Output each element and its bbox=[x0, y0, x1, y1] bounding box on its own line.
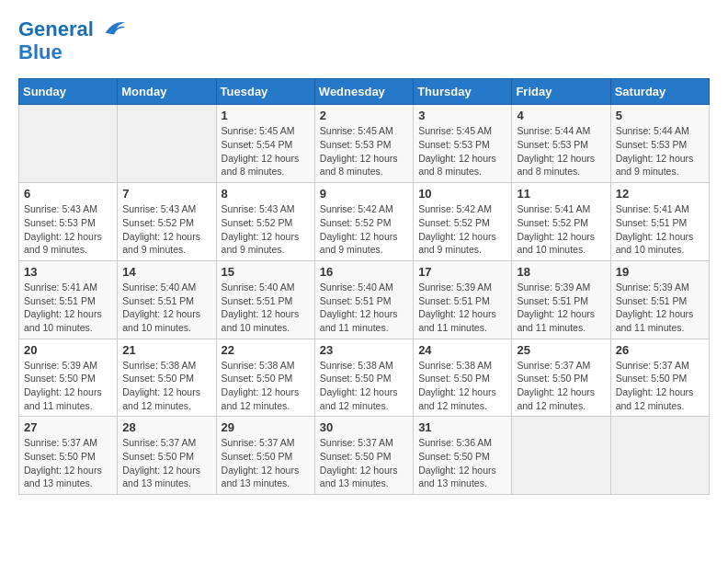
day-number: 31 bbox=[418, 420, 506, 434]
calendar-day-cell: 18Sunrise: 5:39 AM Sunset: 5:51 PM Dayli… bbox=[512, 260, 610, 339]
day-number: 29 bbox=[222, 420, 310, 434]
day-of-week-header: Wednesday bbox=[314, 79, 413, 105]
day-info: Sunrise: 5:39 AM Sunset: 5:50 PM Dayligh… bbox=[24, 359, 112, 413]
calendar-week-row: 1Sunrise: 5:45 AM Sunset: 5:54 PM Daylig… bbox=[19, 105, 710, 183]
day-number: 8 bbox=[222, 187, 310, 201]
day-number: 11 bbox=[517, 187, 605, 201]
day-info: Sunrise: 5:40 AM Sunset: 5:51 PM Dayligh… bbox=[320, 281, 408, 335]
day-of-week-header: Monday bbox=[118, 79, 216, 105]
calendar-week-row: 6Sunrise: 5:43 AM Sunset: 5:53 PM Daylig… bbox=[19, 183, 710, 261]
calendar-table: SundayMondayTuesdayWednesdayThursdayFrid… bbox=[18, 78, 710, 495]
day-number: 2 bbox=[320, 109, 408, 122]
calendar-day-cell: 3Sunrise: 5:45 AM Sunset: 5:53 PM Daylig… bbox=[414, 105, 512, 183]
calendar-day-cell: 5Sunrise: 5:44 AM Sunset: 5:53 PM Daylig… bbox=[610, 105, 709, 183]
day-number: 7 bbox=[122, 187, 210, 201]
day-number: 28 bbox=[122, 420, 210, 434]
calendar-day-cell: 29Sunrise: 5:37 AM Sunset: 5:50 PM Dayli… bbox=[216, 417, 314, 495]
day-number: 21 bbox=[122, 343, 210, 357]
logo-blue: Blue bbox=[18, 41, 127, 63]
calendar-day-cell bbox=[118, 105, 216, 183]
calendar-day-cell: 16Sunrise: 5:40 AM Sunset: 5:51 PM Dayli… bbox=[314, 260, 413, 339]
day-of-week-header: Sunday bbox=[19, 79, 118, 105]
day-number: 16 bbox=[320, 265, 408, 279]
day-number: 12 bbox=[616, 187, 704, 201]
day-of-week-header: Tuesday bbox=[216, 79, 314, 105]
day-number: 23 bbox=[320, 343, 408, 357]
calendar-week-row: 20Sunrise: 5:39 AM Sunset: 5:50 PM Dayli… bbox=[19, 339, 710, 417]
day-info: Sunrise: 5:45 AM Sunset: 5:53 PM Dayligh… bbox=[418, 124, 506, 178]
calendar-day-cell: 22Sunrise: 5:38 AM Sunset: 5:50 PM Dayli… bbox=[216, 339, 314, 417]
day-number: 17 bbox=[418, 265, 506, 279]
calendar-day-cell: 2Sunrise: 5:45 AM Sunset: 5:53 PM Daylig… bbox=[314, 105, 413, 183]
day-info: Sunrise: 5:43 AM Sunset: 5:52 PM Dayligh… bbox=[122, 202, 210, 257]
day-info: Sunrise: 5:37 AM Sunset: 5:50 PM Dayligh… bbox=[320, 436, 408, 490]
calendar-day-cell: 15Sunrise: 5:40 AM Sunset: 5:51 PM Dayli… bbox=[216, 260, 314, 339]
day-info: Sunrise: 5:36 AM Sunset: 5:50 PM Dayligh… bbox=[418, 436, 506, 490]
calendar-day-cell: 11Sunrise: 5:41 AM Sunset: 5:52 PM Dayli… bbox=[512, 183, 610, 261]
day-info: Sunrise: 5:41 AM Sunset: 5:51 PM Dayligh… bbox=[616, 202, 704, 257]
calendar-day-cell: 4Sunrise: 5:44 AM Sunset: 5:53 PM Daylig… bbox=[512, 105, 610, 183]
day-of-week-header: Thursday bbox=[414, 79, 512, 105]
calendar-day-cell: 12Sunrise: 5:41 AM Sunset: 5:51 PM Dayli… bbox=[610, 183, 709, 261]
day-info: Sunrise: 5:37 AM Sunset: 5:50 PM Dayligh… bbox=[616, 359, 704, 413]
day-info: Sunrise: 5:38 AM Sunset: 5:50 PM Dayligh… bbox=[418, 359, 506, 413]
day-info: Sunrise: 5:39 AM Sunset: 5:51 PM Dayligh… bbox=[616, 281, 704, 335]
day-info: Sunrise: 5:44 AM Sunset: 5:53 PM Dayligh… bbox=[616, 124, 704, 178]
calendar-day-cell: 21Sunrise: 5:38 AM Sunset: 5:50 PM Dayli… bbox=[118, 339, 216, 417]
day-info: Sunrise: 5:43 AM Sunset: 5:52 PM Dayligh… bbox=[222, 202, 310, 257]
calendar-week-row: 13Sunrise: 5:41 AM Sunset: 5:51 PM Dayli… bbox=[19, 260, 710, 339]
calendar-day-cell: 19Sunrise: 5:39 AM Sunset: 5:51 PM Dayli… bbox=[610, 260, 709, 339]
day-number: 1 bbox=[222, 109, 310, 122]
day-info: Sunrise: 5:37 AM Sunset: 5:50 PM Dayligh… bbox=[222, 436, 310, 490]
calendar-day-cell: 24Sunrise: 5:38 AM Sunset: 5:50 PM Dayli… bbox=[414, 339, 512, 417]
calendar-week-row: 27Sunrise: 5:37 AM Sunset: 5:50 PM Dayli… bbox=[19, 417, 710, 495]
day-info: Sunrise: 5:44 AM Sunset: 5:53 PM Dayligh… bbox=[517, 124, 605, 178]
day-info: Sunrise: 5:42 AM Sunset: 5:52 PM Dayligh… bbox=[320, 202, 408, 257]
day-info: Sunrise: 5:45 AM Sunset: 5:53 PM Dayligh… bbox=[320, 124, 408, 178]
day-info: Sunrise: 5:39 AM Sunset: 5:51 PM Dayligh… bbox=[418, 281, 506, 335]
day-info: Sunrise: 5:38 AM Sunset: 5:50 PM Dayligh… bbox=[222, 359, 310, 413]
calendar-day-cell: 28Sunrise: 5:37 AM Sunset: 5:50 PM Dayli… bbox=[118, 417, 216, 495]
calendar-day-cell: 25Sunrise: 5:37 AM Sunset: 5:50 PM Dayli… bbox=[512, 339, 610, 417]
calendar-day-cell: 30Sunrise: 5:37 AM Sunset: 5:50 PM Dayli… bbox=[314, 417, 413, 495]
calendar-day-cell bbox=[19, 105, 118, 183]
day-info: Sunrise: 5:38 AM Sunset: 5:50 PM Dayligh… bbox=[320, 359, 408, 413]
calendar-day-cell: 14Sunrise: 5:40 AM Sunset: 5:51 PM Dayli… bbox=[118, 260, 216, 339]
day-info: Sunrise: 5:41 AM Sunset: 5:51 PM Dayligh… bbox=[24, 281, 112, 335]
logo-bird-icon bbox=[101, 16, 127, 41]
day-number: 4 bbox=[517, 109, 605, 122]
day-number: 15 bbox=[222, 265, 310, 279]
day-info: Sunrise: 5:37 AM Sunset: 5:50 PM Dayligh… bbox=[122, 436, 210, 490]
calendar-day-cell: 7Sunrise: 5:43 AM Sunset: 5:52 PM Daylig… bbox=[118, 183, 216, 261]
calendar-day-cell: 8Sunrise: 5:43 AM Sunset: 5:52 PM Daylig… bbox=[216, 183, 314, 261]
day-number: 27 bbox=[24, 420, 112, 434]
calendar-day-cell bbox=[610, 417, 709, 495]
calendar-day-cell: 27Sunrise: 5:37 AM Sunset: 5:50 PM Dayli… bbox=[19, 417, 118, 495]
day-number: 24 bbox=[418, 343, 506, 357]
logo-text: General bbox=[18, 18, 127, 41]
calendar-day-cell: 20Sunrise: 5:39 AM Sunset: 5:50 PM Dayli… bbox=[19, 339, 118, 417]
calendar-day-cell: 31Sunrise: 5:36 AM Sunset: 5:50 PM Dayli… bbox=[414, 417, 512, 495]
calendar-day-cell: 26Sunrise: 5:37 AM Sunset: 5:50 PM Dayli… bbox=[610, 339, 709, 417]
calendar-day-cell: 17Sunrise: 5:39 AM Sunset: 5:51 PM Dayli… bbox=[414, 260, 512, 339]
calendar-day-cell: 6Sunrise: 5:43 AM Sunset: 5:53 PM Daylig… bbox=[19, 183, 118, 261]
day-info: Sunrise: 5:40 AM Sunset: 5:51 PM Dayligh… bbox=[222, 281, 310, 335]
calendar-day-cell: 9Sunrise: 5:42 AM Sunset: 5:52 PM Daylig… bbox=[314, 183, 413, 261]
calendar-header-row: SundayMondayTuesdayWednesdayThursdayFrid… bbox=[19, 79, 710, 105]
day-info: Sunrise: 5:42 AM Sunset: 5:52 PM Dayligh… bbox=[418, 202, 506, 257]
day-of-week-header: Saturday bbox=[610, 79, 709, 105]
day-info: Sunrise: 5:45 AM Sunset: 5:54 PM Dayligh… bbox=[222, 124, 310, 178]
day-number: 22 bbox=[222, 343, 310, 357]
day-info: Sunrise: 5:39 AM Sunset: 5:51 PM Dayligh… bbox=[517, 281, 605, 335]
day-info: Sunrise: 5:38 AM Sunset: 5:50 PM Dayligh… bbox=[122, 359, 210, 413]
day-info: Sunrise: 5:40 AM Sunset: 5:51 PM Dayligh… bbox=[122, 281, 210, 335]
day-info: Sunrise: 5:41 AM Sunset: 5:52 PM Dayligh… bbox=[517, 202, 605, 257]
day-number: 30 bbox=[320, 420, 408, 434]
day-number: 20 bbox=[24, 343, 112, 357]
day-number: 6 bbox=[24, 187, 112, 201]
logo: General Blue bbox=[18, 18, 127, 63]
calendar-day-cell: 10Sunrise: 5:42 AM Sunset: 5:52 PM Dayli… bbox=[414, 183, 512, 261]
calendar-day-cell: 23Sunrise: 5:38 AM Sunset: 5:50 PM Dayli… bbox=[314, 339, 413, 417]
day-number: 14 bbox=[122, 265, 210, 279]
calendar-body: 1Sunrise: 5:45 AM Sunset: 5:54 PM Daylig… bbox=[19, 105, 710, 495]
